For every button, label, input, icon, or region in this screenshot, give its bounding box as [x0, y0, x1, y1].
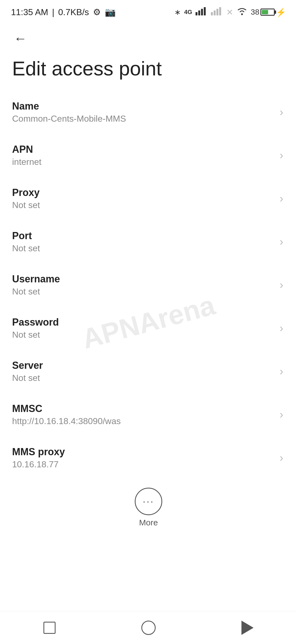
field-port-content: Port Not set [12, 230, 274, 253]
field-apn-label: APN [12, 144, 274, 155]
field-mmsc-content: MMSC http://10.16.18.4:38090/was [12, 403, 274, 426]
chevron-right-icon: › [280, 365, 283, 378]
field-port-label: Port [12, 230, 274, 242]
field-mms-proxy-content: MMS proxy 10.16.18.77 [12, 446, 274, 470]
field-port[interactable]: Port Not set › [0, 220, 297, 263]
chevron-right-icon: › [280, 236, 283, 248]
field-username-content: Username Not set [12, 273, 274, 297]
field-server-label: Server [12, 360, 274, 371]
field-name-value: Common-Cents-Mobile-MMS [12, 114, 274, 124]
field-apn-content: APN internet [12, 144, 274, 167]
nav-back-button[interactable] [234, 617, 261, 639]
field-proxy-content: Proxy Not set [12, 187, 274, 210]
status-left: 11:35 AM | 0.7KB/s ⚙ 📷 [11, 7, 116, 17]
bottom-navigation [0, 611, 297, 644]
chevron-right-icon: › [280, 322, 283, 334]
field-password-value: Not set [12, 330, 274, 340]
chevron-right-icon: › [280, 106, 283, 118]
battery-indicator: 38 ⚡ [251, 7, 286, 17]
signal-bars2-icon [211, 7, 223, 17]
speed-display: | [52, 7, 54, 17]
bluetooth-icon: ∗ [174, 8, 181, 17]
chevron-right-icon: › [280, 452, 283, 464]
svg-rect-2 [201, 9, 203, 15]
more-button[interactable]: ··· [135, 488, 162, 515]
field-port-value: Not set [12, 243, 274, 253]
field-name[interactable]: Name Common-Cents-Mobile-MMS › [0, 91, 297, 134]
field-mms-proxy[interactable]: MMS proxy 10.16.18.77 › [0, 436, 297, 479]
svg-rect-3 [204, 7, 206, 15]
status-bar: 11:35 AM | 0.7KB/s ⚙ 📷 ∗ 4G ✕ [0, 0, 297, 22]
time-display: 11:35 AM [11, 7, 48, 17]
field-name-content: Name Common-Cents-Mobile-MMS [12, 100, 274, 124]
page-title: Edit access point [12, 58, 285, 80]
network-speed: 0.7KB/s [58, 7, 89, 17]
back-button[interactable]: ← [12, 30, 29, 47]
svg-rect-6 [216, 9, 218, 15]
field-username-value: Not set [12, 286, 274, 297]
field-apn[interactable]: APN internet › [0, 134, 297, 177]
chevron-right-icon: › [280, 279, 283, 291]
signal-4g-icon: 4G [184, 9, 192, 16]
svg-rect-5 [214, 10, 216, 15]
status-right: ∗ 4G ✕ [174, 7, 286, 17]
wifi-icon [237, 7, 248, 17]
field-mms-proxy-value: 10.16.18.77 [12, 459, 274, 470]
field-proxy[interactable]: Proxy Not set › [0, 177, 297, 220]
more-button-container: ··· More [0, 479, 297, 533]
field-username[interactable]: Username Not set › [0, 263, 297, 307]
recent-apps-icon [43, 622, 56, 634]
field-username-label: Username [12, 273, 274, 285]
field-server[interactable]: Server Not set › [0, 350, 297, 393]
svg-rect-0 [196, 12, 197, 15]
nav-home-button[interactable] [135, 617, 162, 639]
nav-recent-apps-button[interactable] [36, 617, 63, 639]
svg-rect-7 [219, 7, 221, 15]
settings-list: Name Common-Cents-Mobile-MMS › APN inter… [0, 91, 297, 479]
field-password-label: Password [12, 316, 274, 328]
field-password-content: Password Not set [12, 316, 274, 340]
field-apn-value: internet [12, 157, 274, 167]
chevron-right-icon: › [280, 408, 283, 421]
field-proxy-label: Proxy [12, 187, 274, 198]
page-title-section: Edit access point [0, 52, 297, 91]
field-mmsc-value: http://10.16.18.4:38090/was [12, 416, 274, 426]
no-signal-icon: ✕ [226, 7, 233, 17]
settings-icon: ⚙ [93, 7, 101, 17]
camera-icon: 📷 [105, 7, 116, 17]
more-label: More [139, 518, 158, 527]
field-mmsc[interactable]: MMSC http://10.16.18.4:38090/was › [0, 393, 297, 436]
chevron-right-icon: › [280, 149, 283, 162]
top-navigation: ← [0, 22, 297, 52]
field-mmsc-label: MMSC [12, 403, 274, 414]
field-server-content: Server Not set [12, 360, 274, 383]
svg-point-8 [241, 13, 243, 15]
svg-rect-4 [211, 12, 213, 15]
signal-bars-icon [196, 7, 208, 17]
chevron-right-icon: › [280, 192, 283, 205]
back-arrow-icon: ← [14, 32, 27, 45]
back-icon [241, 621, 254, 635]
field-server-value: Not set [12, 373, 274, 383]
home-icon [141, 621, 156, 635]
field-mms-proxy-label: MMS proxy [12, 446, 274, 458]
more-dots-icon: ··· [143, 496, 154, 507]
field-proxy-value: Not set [12, 200, 274, 210]
field-password[interactable]: Password Not set › [0, 307, 297, 350]
field-name-label: Name [12, 100, 274, 112]
svg-rect-1 [198, 10, 200, 15]
